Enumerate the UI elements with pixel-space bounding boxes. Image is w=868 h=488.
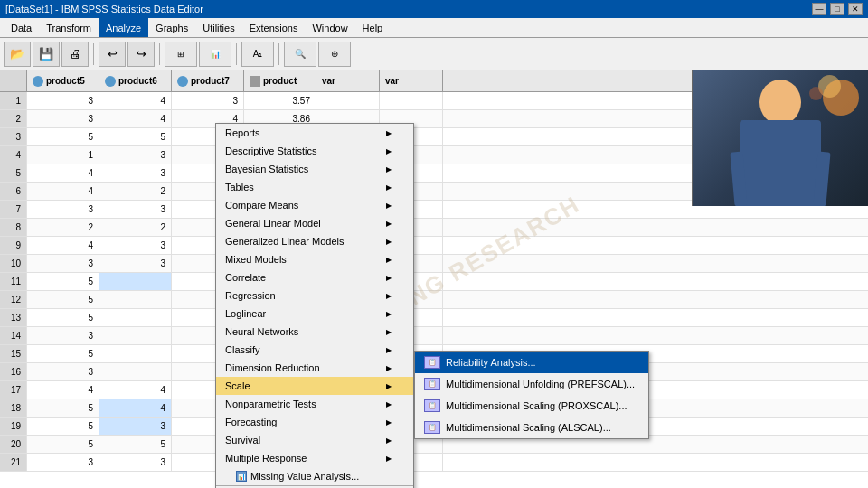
menu-item-utilities[interactable]: Utilities [195,18,241,37]
minimize-button[interactable]: — [812,3,826,15]
header-product[interactable]: product [244,70,316,91]
toolbar-find-btn[interactable]: 🔍 [284,42,316,67]
cell-p6[interactable]: 4 [99,399,172,417]
menu-forecasting[interactable]: Forecasting▶ [216,413,413,431]
cell-p6[interactable]: 4 [99,92,172,109]
menu-correlate[interactable]: Correlate▶ [216,268,413,286]
cell-p5[interactable]: 3 [27,255,99,272]
cell-p5[interactable]: 3 [27,327,99,344]
menu-nonparametric[interactable]: Nonparametric Tests▶ [216,395,413,413]
row-number: 17 [0,381,27,399]
menu-survival[interactable]: Survival▶ [216,431,413,449]
toolbar-grid-btn[interactable]: ⊞ [165,42,197,67]
cell-p5[interactable]: 3 [27,363,99,380]
menu-classify[interactable]: Classify▶ [216,341,413,359]
cell-p6[interactable]: 5 [99,436,172,453]
header-product6[interactable]: product6 [99,70,172,91]
cell-p5[interactable]: 4 [27,237,99,254]
cell-p6[interactable]: 5 [99,128,172,145]
cell-p6[interactable]: 3 [99,454,172,471]
cell-p5[interactable]: 3 [27,201,99,218]
cell-p6[interactable] [99,291,172,308]
row-number: 9 [0,237,27,254]
submenu-proxscal[interactable]: 📋 Multidimensional Scaling (PROXSCAL)... [415,395,648,417]
cell-p5[interactable]: 1 [27,146,99,164]
scale-submenu: 📋 Reliability Analysis... 📋 Multidimensi… [414,351,649,439]
menu-item-data[interactable]: Data [4,18,39,37]
menu-scale[interactable]: Scale▶ [216,377,413,395]
menu-multiple-response[interactable]: Multiple Response▶ [216,449,413,467]
header-var1[interactable]: var [316,70,380,91]
cell-p6[interactable]: 3 [99,201,172,218]
menu-item-graphs[interactable]: Graphs [148,18,195,37]
cell-p6[interactable]: 3 [99,255,172,272]
cell-p6[interactable]: 3 [99,418,172,435]
toolbar-save[interactable]: 💾 [33,42,60,67]
menu-reports[interactable]: Reports▶ [216,124,413,142]
menu-compare-means[interactable]: Compare Means▶ [216,196,413,214]
header-product5[interactable]: product5 [27,70,99,91]
toolbar-print[interactable]: 🖨 [61,42,89,67]
close-button[interactable]: ✕ [848,3,863,15]
cell-p5[interactable]: 5 [27,399,99,417]
menu-dimension-reduction[interactable]: Dimension Reduction▶ [216,359,413,377]
menu-item-transform[interactable]: Transform [39,18,99,37]
cell-p5[interactable]: 5 [27,345,99,362]
cell-p5[interactable]: 5 [27,128,99,145]
cell-p5[interactable]: 3 [27,92,99,109]
cell-p5[interactable]: 4 [27,164,99,182]
cell-p6[interactable]: 3 [99,146,172,164]
cell-p7[interactable]: 3 [172,92,244,109]
toolbar-redo[interactable]: ↪ [127,42,155,67]
cell-p5[interactable]: 4 [27,183,99,200]
cell-p5[interactable]: 4 [27,381,99,399]
menu-mixed-models[interactable]: Mixed Models▶ [216,250,413,268]
toolbar-plus-btn[interactable]: ⊕ [318,42,351,67]
menu-bayesian[interactable]: Bayesian Statistics▶ [216,160,413,178]
maximize-button[interactable]: □ [830,3,844,15]
cell-p6[interactable] [99,273,172,290]
toolbar-undo[interactable]: ↩ [99,42,126,67]
menu-neural-networks[interactable]: Neural Networks▶ [216,323,413,341]
submenu-prefscal[interactable]: 📋 Multidimensional Unfolding (PREFSCAL).… [415,373,648,395]
cell-prod[interactable]: 3.57 [244,92,316,109]
cell-p5[interactable]: 5 [27,418,99,435]
cell-p5[interactable]: 5 [27,436,99,453]
menu-item-analyze[interactable]: Analyze [99,18,148,37]
cell-p6[interactable]: 2 [99,219,172,236]
cell-p6[interactable] [99,309,172,326]
menu-general-linear[interactable]: General Linear Model▶ [216,214,413,232]
toolbar-chart-btn[interactable]: 📊 [199,42,231,67]
cell-p5[interactable]: 2 [27,219,99,236]
toolbar-var-btn[interactable]: A₁ [241,42,274,67]
header-product7[interactable]: product7 [172,70,244,91]
menu-item-window[interactable]: Window [305,18,354,37]
cell-p6[interactable]: 4 [99,110,172,127]
submenu-alscal[interactable]: 📋 Multidimensional Scaling (ALSCAL)... [415,417,648,438]
cell-p6[interactable] [99,327,172,344]
toolbar-open[interactable]: 📂 [4,42,31,67]
menu-loglinear[interactable]: Loglinear▶ [216,305,413,323]
header-var2[interactable]: var [380,70,443,91]
cell-p5[interactable]: 3 [27,454,99,471]
menu-item-help[interactable]: Help [355,18,391,37]
cell-p6[interactable]: 2 [99,183,172,200]
cell-p5[interactable]: 5 [27,273,99,290]
cell-p6[interactable]: 3 [99,237,172,254]
menu-regression[interactable]: Regression▶ [216,286,413,305]
submenu-reliability[interactable]: 📋 Reliability Analysis... [415,352,648,373]
cell-p5[interactable]: 5 [27,291,99,308]
cell-p5[interactable]: 5 [27,309,99,326]
cell-p6[interactable] [99,363,172,380]
cell-p6[interactable]: 3 [99,164,172,182]
menu-generalized-linear[interactable]: Generalized Linear Models▶ [216,232,413,250]
menu-tables[interactable]: Tables▶ [216,178,413,196]
cell-var1[interactable] [316,92,380,109]
menu-missing-value[interactable]: 📊Missing Value Analysis... [216,467,413,486]
cell-p6[interactable] [99,345,172,362]
cell-p5[interactable]: 3 [27,110,99,127]
cell-var2[interactable] [380,92,443,109]
menu-item-extensions[interactable]: Extensions [242,18,306,37]
cell-p6[interactable]: 4 [99,381,172,399]
menu-descriptive[interactable]: Descriptive Statistics▶ [216,142,413,160]
